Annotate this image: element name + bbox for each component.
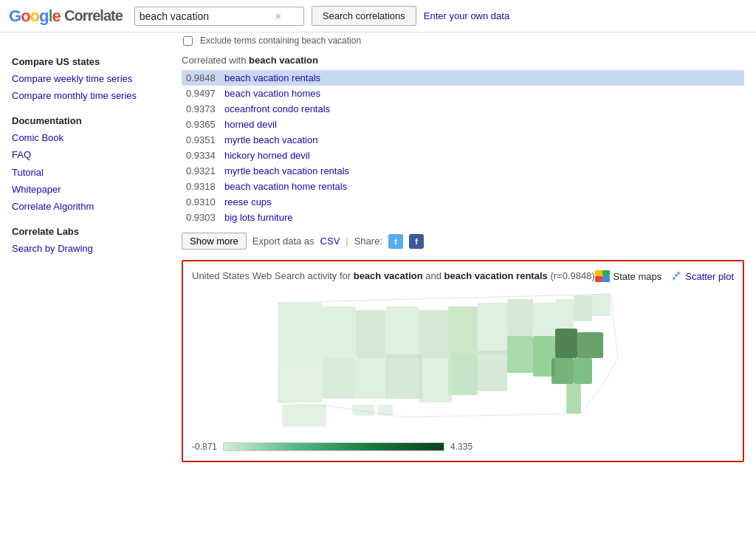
facebook-share-icon[interactable]: f [409, 234, 424, 249]
main-layout: Compare US states Compare weekly time se… [0, 49, 756, 468]
result-score: 0.9334 [186, 150, 220, 161]
scatter-plot-control[interactable]: Scatter plot [670, 270, 734, 282]
results-list: 0.9848beach vacation rentals0.9497beach … [182, 70, 744, 225]
export-csv-link[interactable]: CSV [320, 236, 340, 247]
twitter-share-icon[interactable]: t [388, 234, 403, 249]
result-term-link[interactable]: reese cups [224, 196, 272, 207]
svg-rect-31 [356, 358, 389, 399]
result-term-link[interactable]: beach vacation rentals [224, 72, 320, 83]
svg-rect-30 [385, 354, 422, 399]
map-title-mid: and [425, 270, 444, 281]
action-bar: Show more Export data as CSV | Share: t … [182, 233, 744, 250]
svg-rect-11 [385, 306, 419, 358]
result-score: 0.9310 [186, 196, 220, 207]
result-item[interactable]: 0.9373oceanfront condo rentals [182, 101, 744, 117]
svg-rect-8 [278, 303, 323, 362]
svg-rect-32 [278, 362, 323, 402]
logo-correlate-text: Correlate [64, 7, 123, 24]
search-input[interactable] [140, 10, 272, 22]
result-term-link[interactable]: horned devil [224, 119, 277, 130]
show-more-button[interactable]: Show more [182, 233, 247, 250]
result-score: 0.9318 [186, 181, 220, 192]
logo-e: e [52, 7, 61, 26]
result-item[interactable]: 0.9303big lots furniture [182, 210, 744, 225]
separator: | [346, 236, 348, 247]
map-title-prefix: United States Web Search activity for [192, 270, 351, 281]
map-term2: beach vacation rentals [444, 270, 548, 281]
result-item[interactable]: 0.9321myrtle beach vacation rentals [182, 163, 744, 179]
map-legend: -0.871 4.335 [192, 442, 734, 452]
map-r-val-text: r=0.9848 [554, 270, 592, 281]
svg-rect-26 [566, 384, 581, 413]
enter-own-data-link[interactable]: Enter your own data [424, 10, 509, 21]
us-map-svg [256, 288, 670, 436]
logo-o1: o [21, 7, 30, 26]
header: Google Correlate × Search correlations E… [0, 0, 756, 32]
result-item[interactable]: 0.9848beach vacation rentals [182, 70, 744, 86]
result-term-link[interactable]: oceanfront condo rentals [224, 103, 330, 114]
result-item[interactable]: 0.9318beach vacation home rentals [182, 179, 744, 194]
export-text: Export data as [252, 236, 315, 247]
svg-rect-12 [419, 310, 448, 358]
search-correlations-button[interactable]: Search correlations [312, 6, 416, 26]
sidebar-item-tutorial[interactable]: Tutorial [12, 164, 158, 181]
result-term-link[interactable]: beach vacation homes [224, 88, 320, 99]
result-term-link[interactable]: hickory horned devil [224, 150, 310, 161]
svg-rect-1 [602, 270, 610, 276]
sidebar-item-compare-weekly[interactable]: Compare weekly time series [12, 70, 158, 87]
result-item[interactable]: 0.9310reese cups [182, 194, 744, 210]
result-item[interactable]: 0.9334hickory horned devil [182, 148, 744, 163]
svg-rect-10 [356, 310, 385, 358]
result-term-link[interactable]: beach vacation home rentals [224, 181, 347, 192]
map-term1: beach vacation [354, 270, 423, 281]
scatter-plot-label[interactable]: Scatter plot [685, 271, 734, 282]
result-term-link[interactable]: big lots furniture [224, 212, 293, 223]
result-score: 0.9365 [186, 119, 220, 130]
result-score: 0.9321 [186, 165, 220, 176]
logo-o2: o [30, 7, 39, 26]
svg-rect-33 [323, 358, 356, 399]
sidebar-item-compare-monthly[interactable]: Compare monthly time series [12, 87, 158, 104]
exclude-terms-label: Exclude terms containing beach vacation [200, 35, 361, 46]
svg-rect-23 [577, 332, 603, 358]
svg-rect-20 [507, 336, 533, 373]
logo-g2: g [39, 7, 48, 26]
result-item[interactable]: 0.9365horned devil [182, 117, 744, 132]
sidebar-item-whitepaper[interactable]: Whitepaper [12, 181, 158, 198]
result-score: 0.9351 [186, 134, 220, 145]
map-panel: United States Web Search activity for be… [182, 260, 744, 462]
state-maps-control[interactable]: State maps [595, 270, 662, 282]
sidebar-item-correlate-algorithm[interactable]: Correlate Algorithm [12, 198, 158, 215]
exclude-terms-checkbox[interactable] [183, 36, 193, 46]
svg-rect-14 [478, 303, 507, 354]
scatter-plot-icon [670, 270, 682, 282]
result-item[interactable]: 0.9497beach vacation homes [182, 86, 744, 101]
svg-rect-28 [478, 351, 507, 391]
result-score: 0.9303 [186, 212, 220, 223]
svg-rect-27 [448, 354, 478, 395]
legend-min: -0.871 [192, 442, 217, 452]
content-area: Correlated with beach vacation 0.9848bea… [170, 49, 756, 468]
legend-max: 4.335 [450, 442, 472, 452]
state-maps-label: State maps [613, 271, 662, 282]
map-title: United States Web Search activity for be… [192, 270, 595, 281]
svg-rect-2 [595, 276, 602, 282]
svg-rect-3 [602, 276, 610, 282]
sidebar-item-comic-book[interactable]: Comic Book [12, 129, 158, 146]
google-correlate-logo: Google Correlate [9, 7, 123, 26]
sidebar-section-compare: Compare US states [12, 56, 158, 67]
svg-rect-17 [555, 299, 574, 329]
svg-rect-16 [533, 303, 555, 336]
sidebar-item-faq[interactable]: FAQ [12, 146, 158, 163]
result-item[interactable]: 0.9351myrtle beach vacation [182, 132, 744, 148]
svg-rect-15 [507, 299, 533, 336]
result-term-link[interactable]: myrtle beach vacation rentals [224, 165, 349, 176]
map-controls: State maps Scatter plot [595, 270, 734, 282]
svg-rect-9 [323, 306, 356, 358]
share-label: Share: [354, 236, 382, 247]
clear-button[interactable]: × [275, 10, 281, 22]
sidebar-section-documentation: Documentation [12, 115, 158, 126]
svg-rect-18 [574, 295, 592, 321]
sidebar-item-search-by-drawing[interactable]: Search by Drawing [12, 240, 158, 257]
result-term-link[interactable]: myrtle beach vacation [224, 134, 317, 145]
